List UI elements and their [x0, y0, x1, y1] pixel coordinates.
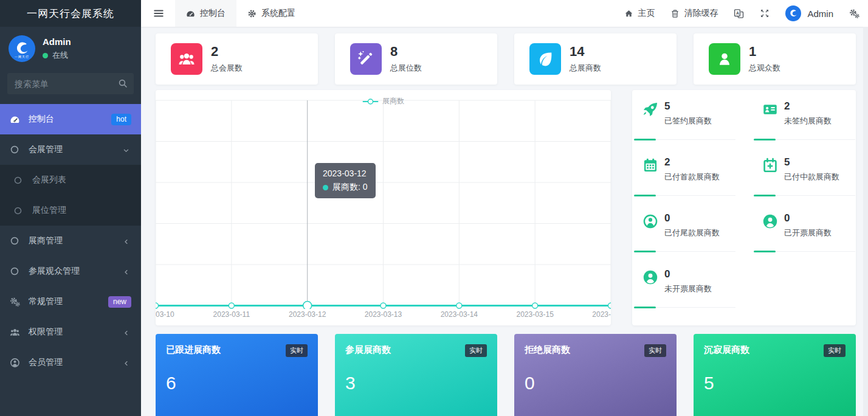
panel-item-not-invoiced: 0 未开票展商数 [634, 268, 735, 324]
online-status-text: 在线 [52, 50, 68, 61]
sidebar-item-visitor-mgmt[interactable]: 参展观众管理 [0, 256, 141, 286]
sidebar-item-member-mgmt[interactable]: 会员管理 [0, 347, 141, 378]
home-button[interactable]: 主页 [624, 8, 655, 19]
sidebar-search [7, 73, 134, 94]
legend-marker-icon [362, 99, 378, 105]
realtime-badge: 实时 [465, 344, 487, 357]
sidebar-item-label: 会员管理 [29, 357, 63, 368]
tachometer-icon [10, 114, 22, 125]
tab-dashboard[interactable]: 控制台 [175, 0, 236, 27]
panel-divider [634, 307, 735, 308]
calendar-plus-icon [762, 158, 778, 173]
x-axis-label: 2023-03-10 [156, 310, 174, 319]
panel-item-invoiced: 0 已开票展商数 [754, 212, 855, 268]
panel-label: 已付尾款展商数 [664, 227, 735, 238]
realtime-card-rejected: 拒绝展商数 实时 0 [514, 334, 677, 416]
realtime-value: 0 [525, 373, 666, 393]
clear-cache-label: 清除缓存 [684, 8, 718, 19]
realtime-badge: 实时 [286, 344, 308, 357]
fullscreen-icon [760, 9, 770, 18]
stat-label: 总展商数 [570, 63, 601, 74]
search-icon [118, 78, 128, 88]
brand-title: 一网天行会展系统 [0, 0, 141, 27]
panel-value: 2 [664, 156, 735, 168]
stat-value: 8 [390, 44, 422, 59]
circle-icon [13, 206, 26, 215]
realtime-badge: 实时 [824, 344, 846, 357]
users-icon [10, 327, 22, 338]
scrollbar[interactable] [863, 27, 868, 416]
stat-label: 总展位数 [390, 63, 422, 74]
sidebar-item-exhibitor-mgmt[interactable]: 展商管理 [0, 226, 141, 256]
tab-label: 系统配置 [261, 8, 295, 19]
x-axis-label: 2023-03-12 [289, 310, 326, 319]
brand-logo-text: 一网天行 [9, 55, 35, 58]
home-icon [624, 9, 633, 18]
id-card-icon [762, 102, 778, 117]
panel-item-unsigned: 2 未签约展商数 [754, 100, 855, 156]
avatar [785, 5, 801, 21]
sidebar: 一网天行会展系统 一网天行 Admin 在线 控制台 hot 会展管理 [0, 0, 141, 416]
panel-label: 已付首款展商数 [664, 172, 735, 182]
magic-wand-icon [350, 43, 382, 75]
sidebar-item-booth-mgmt[interactable]: 展位管理 [0, 195, 141, 226]
sidebar-toggle-button[interactable] [150, 4, 168, 23]
user-menu[interactable]: Admin [785, 5, 833, 21]
x-axis-label: 2023-03-14 [441, 310, 478, 319]
chart-tooltip: 2023-03-12 展商数: 0 [315, 163, 376, 198]
panel-value: 5 [784, 156, 855, 168]
x-axis-label: 2023-03-11 [213, 310, 250, 319]
panel-item-mid-payment: 5 已付中款展商数 [754, 156, 855, 212]
panel-value: 0 [664, 268, 735, 280]
stat-value: 14 [570, 44, 601, 59]
panel-divider [754, 251, 855, 252]
realtime-card-followed: 已跟进展商数 实时 6 [156, 334, 318, 416]
brand-logo-icon [787, 7, 799, 19]
chart-legend[interactable]: 展商数 [362, 96, 404, 106]
language-button[interactable] [734, 9, 744, 19]
user-circle-icon [10, 358, 22, 368]
user-name: Admin [43, 36, 71, 47]
new-badge: new [108, 296, 131, 308]
user-avatar: 一网天行 [9, 35, 35, 62]
circle-icon [10, 145, 22, 154]
panel-item-final-payment: 0 已付尾款展商数 [634, 212, 735, 268]
sidebar-item-permission-mgmt[interactable]: 权限管理 [0, 317, 141, 347]
sidebar-item-label: 控制台 [29, 114, 54, 125]
main-content: 2 总会展数 8 总展位数 14 总展商数 1 总观众数 [141, 27, 868, 416]
realtime-value: 5 [704, 373, 846, 393]
chevron-down-icon [122, 145, 130, 154]
search-input[interactable] [7, 73, 134, 94]
realtime-badge: 实时 [644, 344, 666, 357]
sidebar-item-dashboard[interactable]: 控制台 hot [0, 104, 141, 134]
leaf-icon [529, 43, 561, 75]
tab-system-config[interactable]: 系统配置 [236, 0, 306, 27]
gear-icon [247, 9, 257, 18]
user-badge-icon [762, 213, 778, 229]
realtime-value: 3 [345, 373, 487, 393]
panel-value: 2 [784, 100, 855, 113]
sidebar-item-label: 展位管理 [32, 205, 66, 216]
realtime-card-silent: 沉寂展商数 实时 5 [694, 334, 856, 416]
x-axis-label: 2023-03-16 [592, 310, 611, 319]
fullscreen-button[interactable] [760, 9, 770, 18]
realtime-row: 已跟进展商数 实时 6 参展展商数 实时 3 拒绝展商数 实时 0 沉寂展商数 … [156, 334, 856, 416]
sidebar-item-exhibition-mgmt[interactable]: 会展管理 [0, 134, 141, 165]
trash-icon [670, 9, 680, 18]
stats-row: 2 总会展数 8 总展位数 14 总展商数 1 总观众数 [156, 33, 856, 85]
chart-canvas[interactable] [156, 90, 611, 309]
panel-label: 已签约展商数 [664, 116, 735, 127]
user-icon [709, 43, 740, 75]
sidebar-item-general-mgmt[interactable]: 常规管理 new [0, 286, 141, 317]
stat-value: 1 [749, 44, 780, 59]
settings-button[interactable] [849, 9, 859, 19]
sidebar-item-exhibition-list[interactable]: 会展列表 [0, 165, 141, 195]
clear-cache-button[interactable]: 清除缓存 [670, 8, 718, 19]
user-panel: 一网天行 Admin 在线 [0, 27, 141, 67]
user-badge-icon [642, 269, 658, 285]
stat-label: 总观众数 [749, 63, 780, 74]
sidebar-item-label: 会展列表 [32, 175, 66, 185]
tachometer-icon [186, 9, 195, 18]
panel-value: 5 [664, 100, 735, 113]
calendar-icon [642, 158, 658, 173]
